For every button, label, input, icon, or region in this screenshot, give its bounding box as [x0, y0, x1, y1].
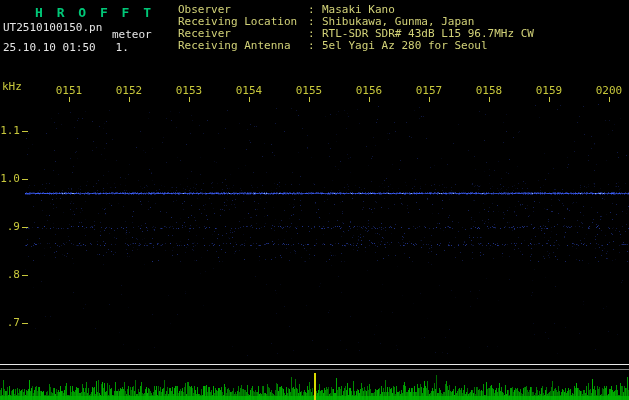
receiver-info: Observer: Masaki KanoReceiving Location:…	[178, 4, 534, 52]
x-tick-label: 0200	[593, 84, 625, 97]
x-tick-mark	[189, 97, 190, 102]
x-tick-mark	[309, 97, 310, 102]
timestamp: 25.10.10 01:50 1.	[3, 41, 129, 54]
x-tick-label: 0152	[113, 84, 145, 97]
info-row: Receiving Antenna: 5el Yagi Az 280 for S…	[178, 40, 534, 52]
x-tick-label: 0151	[53, 84, 85, 97]
y-tick-mark	[22, 227, 28, 228]
x-tick-mark	[369, 97, 370, 102]
x-tick-label: 0154	[233, 84, 265, 97]
y-tick-label: .9	[0, 220, 20, 233]
hrofft-spectrogram-output: H R O F F T UT2510100150.pn meteor 25.10…	[0, 0, 629, 400]
x-tick-label: 0155	[293, 84, 325, 97]
y-tick-mark	[22, 131, 28, 132]
x-tick-mark	[549, 97, 550, 102]
output-filename: UT2510100150.pn	[3, 21, 102, 34]
y-axis-unit-label: kHz	[2, 80, 22, 93]
app-title: H R O F F T	[35, 5, 154, 20]
info-label: Receiving Antenna	[178, 40, 308, 52]
x-tick-label: 0159	[533, 84, 565, 97]
spectrogram-canvas	[0, 0, 629, 400]
y-tick-label: 1.0	[0, 172, 20, 185]
y-tick-label: .7	[0, 316, 20, 329]
x-tick-mark	[129, 97, 130, 102]
y-tick-label: .8	[0, 268, 20, 281]
x-tick-mark	[69, 97, 70, 102]
station-name: meteor	[112, 28, 152, 41]
x-tick-label: 0153	[173, 84, 205, 97]
y-tick-label: 1.1	[0, 124, 20, 137]
x-tick-label: 0157	[413, 84, 445, 97]
y-tick-mark	[22, 179, 28, 180]
x-tick-mark	[609, 97, 610, 102]
y-tick-mark	[22, 275, 28, 276]
info-value: 5el Yagi Az 280 for Seoul	[322, 40, 488, 52]
x-tick-mark	[429, 97, 430, 102]
x-tick-mark	[489, 97, 490, 102]
info-separator: :	[308, 40, 322, 52]
x-tick-label: 0156	[353, 84, 385, 97]
x-tick-mark	[249, 97, 250, 102]
x-tick-label: 0158	[473, 84, 505, 97]
y-tick-mark	[22, 323, 28, 324]
